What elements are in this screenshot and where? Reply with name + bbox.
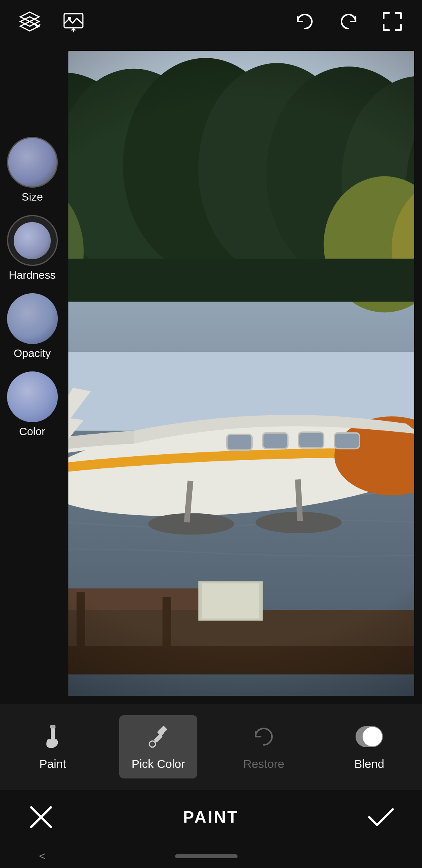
bottom-toolbar: Paint Pick Color Restore <box>0 704 422 790</box>
hardness-label: Hardness <box>9 269 56 282</box>
left-sidebar: Size Hardness Opacity Color <box>0 43 64 704</box>
size-label: Size <box>21 191 43 203</box>
system-nav-bar: < <box>0 845 422 868</box>
confirm-button[interactable] <box>363 800 399 835</box>
photo-container <box>64 43 422 704</box>
hardness-inner <box>14 222 51 259</box>
redo-button[interactable] <box>334 7 363 36</box>
bottom-action-bar: PAINT <box>0 790 422 845</box>
undo-button[interactable] <box>291 7 319 36</box>
restore-tool: Restore <box>225 715 303 778</box>
cancel-button[interactable] <box>23 800 59 835</box>
size-circle[interactable] <box>7 137 58 188</box>
back-button[interactable]: < <box>39 850 45 863</box>
top-bar <box>0 0 422 43</box>
blend-icon <box>356 723 383 750</box>
hardness-control[interactable]: Hardness <box>7 215 58 282</box>
photo-frame[interactable] <box>68 51 414 696</box>
svg-rect-47 <box>68 51 414 696</box>
expand-button[interactable] <box>378 7 406 36</box>
opacity-control[interactable]: Opacity <box>7 293 58 360</box>
color-control[interactable]: Color <box>7 371 58 438</box>
paint-icon <box>39 723 66 750</box>
svg-point-4 <box>68 17 71 20</box>
page-title: PAINT <box>183 808 239 827</box>
svg-rect-49 <box>50 725 55 728</box>
restore-icon <box>250 723 277 750</box>
opacity-circle[interactable] <box>7 293 58 344</box>
blend-tool[interactable]: Blend <box>330 715 408 778</box>
svg-rect-48 <box>51 727 55 741</box>
color-circle[interactable] <box>7 371 58 422</box>
opacity-label: Opacity <box>14 347 51 360</box>
blend-toggle-knob <box>363 727 382 746</box>
home-bar[interactable] <box>175 854 238 858</box>
blend-toggle-track <box>356 726 383 747</box>
top-bar-left <box>16 7 88 36</box>
top-bar-right <box>291 7 406 36</box>
paint-tool[interactable]: Paint <box>14 715 92 778</box>
blend-label: Blend <box>354 757 384 771</box>
size-control[interactable]: Size <box>7 137 58 203</box>
color-label: Color <box>19 425 45 438</box>
pick-color-tool[interactable]: Pick Color <box>119 715 197 778</box>
pick-color-icon <box>145 723 172 750</box>
layers-button[interactable] <box>16 7 44 36</box>
hardness-circle[interactable] <box>7 215 58 266</box>
restore-label: Restore <box>243 757 284 771</box>
pick-color-label: Pick Color <box>132 757 185 771</box>
paint-label: Paint <box>39 757 66 771</box>
import-image-button[interactable] <box>59 7 88 36</box>
